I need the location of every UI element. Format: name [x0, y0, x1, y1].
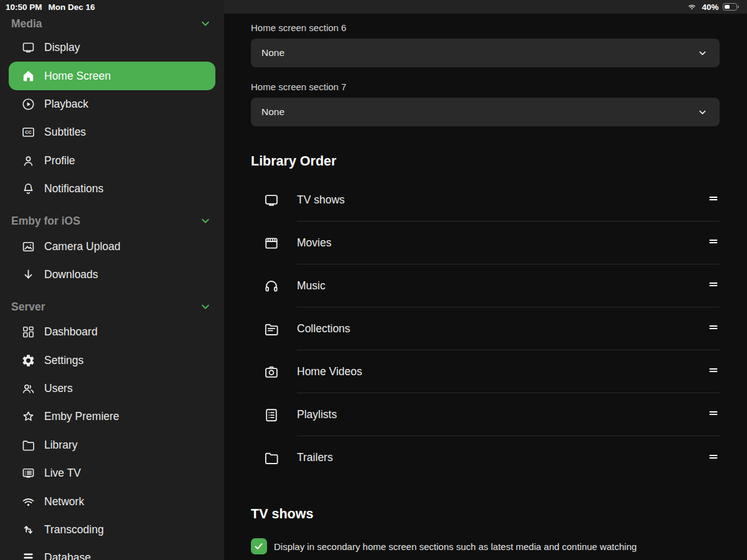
sidebar-item-label: Transcoding	[44, 523, 104, 536]
star-icon	[21, 409, 35, 424]
sidebar-item-label: Downloads	[44, 268, 98, 281]
sidebar-item-notifications[interactable]: Notifications	[9, 175, 215, 203]
statusbar-left: 10:50 PM Mon Dec 16	[0, 0, 224, 14]
sidebar-section-header-server[interactable]: Server	[0, 296, 224, 318]
secondary-sections-label: Display in secondary home screen section…	[274, 541, 637, 552]
dropdown-home-screen-section-7[interactable]: None	[251, 98, 720, 126]
main-panel: 40% Home screen section 6NoneHome screen…	[224, 0, 747, 560]
library-order-row-body: TV shows	[297, 179, 720, 222]
sidebar-item-playback[interactable]: Playback	[9, 90, 215, 118]
clock-time: 10:50 PM	[6, 2, 42, 12]
sidebar-item-dashboard[interactable]: Dashboard	[9, 318, 215, 346]
sidebar-item-label: Emby Premiere	[44, 410, 120, 423]
sidebar-item-display[interactable]: Display	[9, 34, 215, 62]
drag-handle-icon[interactable]	[707, 450, 720, 465]
folder-icon	[21, 438, 35, 452]
sidebar-item-label: Home Screen	[44, 70, 111, 83]
dashboard-icon	[21, 325, 35, 339]
sidebar-item-label: Library	[44, 439, 78, 452]
drag-handle-icon[interactable]	[707, 321, 720, 336]
library-order-item-label: Playlists	[297, 408, 337, 421]
sidebar-item-label: Dashboard	[44, 325, 98, 338]
download-icon	[21, 268, 35, 282]
display-icon	[21, 40, 35, 55]
dropdown-selected-value: None	[261, 106, 284, 118]
secondary-sections-checkbox[interactable]	[251, 538, 267, 554]
drag-handle-icon[interactable]	[707, 407, 720, 422]
sidebar-item-live-tv[interactable]: Live TV	[9, 459, 215, 487]
headphones-icon	[263, 278, 280, 294]
sidebar-item-label: Notifications	[44, 182, 103, 195]
collections-folder-icon	[263, 321, 280, 337]
sidebar-item-label: Subtitles	[44, 126, 86, 139]
clapperboard-icon	[263, 235, 280, 251]
library-order-item-label: Music	[297, 279, 326, 292]
camera-icon	[263, 364, 280, 380]
sidebar-item-transcoding[interactable]: Transcoding	[9, 516, 215, 544]
library-order-row-body: Collections	[297, 307, 720, 350]
database-icon	[21, 551, 35, 560]
drag-handle-icon[interactable]	[707, 192, 720, 207]
library-order-row-body: Movies	[297, 222, 720, 264]
library-order-row-body: Music	[297, 264, 720, 307]
chevron-down-icon	[697, 48, 708, 58]
sidebar-item-network[interactable]: Network	[9, 487, 215, 515]
sidebar-item-subtitles[interactable]: CCSubtitles	[9, 118, 215, 146]
sidebar-item-camera-upload[interactable]: Camera Upload	[9, 232, 215, 260]
sidebar-section-label: Media	[11, 17, 42, 30]
sidebar-item-label: Display	[44, 41, 80, 54]
play-circle-icon	[21, 97, 35, 111]
library-order-item-label: Collections	[297, 322, 350, 335]
drag-handle-icon[interactable]	[707, 364, 720, 379]
library-order-row-tv-shows: TV shows	[251, 179, 720, 222]
sidebar-sections: MediaDisplayHome ScreenPlaybackCCSubtitl…	[0, 14, 224, 560]
folder-icon	[263, 450, 280, 466]
drag-handle-icon[interactable]	[707, 278, 720, 293]
sidebar-section-label: Server	[11, 301, 45, 314]
library-order-list: TV showsMoviesMusicCollectionsHome Video…	[251, 179, 720, 479]
library-order-row-collections: Collections	[251, 307, 720, 350]
playlist-icon	[263, 407, 280, 423]
library-order-row-home-videos: Home Videos	[251, 350, 720, 393]
live-tv-icon	[21, 466, 35, 480]
dropdown-label-home-screen-section-7: Home screen section 7	[251, 81, 720, 93]
sidebar-section-header-media[interactable]: Media	[0, 14, 224, 34]
library-order-row-movies: Movies	[251, 222, 720, 264]
sidebar-item-database[interactable]: Database	[9, 544, 215, 560]
statusbar-right: 40%	[224, 0, 747, 14]
sidebar-section-header-emby-for-ios[interactable]: Emby for iOS	[0, 210, 224, 232]
sidebar-item-label: Network	[44, 495, 84, 508]
sidebar-item-users[interactable]: Users	[9, 375, 215, 403]
sidebar-item-library[interactable]: Library	[9, 431, 215, 459]
drag-handle-icon[interactable]	[707, 235, 720, 250]
sidebar-item-label: Users	[44, 382, 73, 395]
home-icon	[21, 69, 35, 83]
chevron-down-icon	[199, 215, 212, 227]
sidebar-item-label: Playback	[44, 98, 88, 111]
sidebar-item-downloads[interactable]: Downloads	[9, 261, 215, 289]
sidebar-section-label: Emby for iOS	[11, 215, 80, 228]
library-order-heading: Library Order	[251, 152, 720, 170]
sidebar-item-label: Profile	[44, 154, 75, 167]
secondary-sections-option: Display in secondary home screen section…	[251, 538, 720, 554]
dropdown-selected-value: None	[261, 47, 284, 58]
sidebar-item-settings[interactable]: Settings	[9, 347, 215, 375]
library-order-item-label: Movies	[297, 236, 331, 250]
library-order-item-label: Home Videos	[297, 365, 362, 378]
wifi-icon	[687, 2, 697, 11]
sidebar-item-label: Settings	[44, 354, 83, 367]
library-order-item-label: Trailers	[297, 451, 333, 464]
sidebar-item-profile[interactable]: Profile	[9, 147, 215, 175]
svg-text:CC: CC	[25, 130, 32, 136]
sidebar-item-home-screen[interactable]: Home Screen	[9, 62, 215, 90]
library-order-row-music: Music	[251, 264, 720, 307]
chevron-down-icon	[199, 17, 212, 30]
tv-icon	[263, 192, 280, 208]
emby-settings-app: 10:50 PM Mon Dec 16 MediaDisplayHome Scr…	[0, 0, 747, 560]
settings-sidebar: 10:50 PM Mon Dec 16 MediaDisplayHome Scr…	[0, 0, 224, 560]
transcode-icon	[21, 523, 35, 537]
dropdown-home-screen-section-6[interactable]: None	[251, 39, 720, 67]
subtitles-icon: CC	[21, 125, 35, 139]
library-order-row-body: Playlists	[297, 393, 720, 436]
sidebar-item-emby-premiere[interactable]: Emby Premiere	[9, 403, 215, 431]
